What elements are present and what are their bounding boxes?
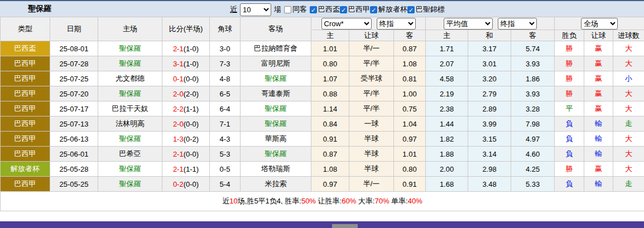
away-team: 塔勒瑞斯: [241, 162, 311, 177]
match-date: 25-06-13: [50, 132, 98, 147]
match-row: 巴西甲25-07-20聖保羅2-0(2-0)6-5哥連泰斯0.88平/半1.00…: [1, 86, 644, 101]
half-score: (0-0): [184, 120, 199, 128]
handicap-away-odds: 0.97: [394, 132, 426, 147]
euro-home-odds: 1.71: [426, 41, 468, 56]
home-team: 尤文都德: [98, 71, 162, 86]
league-filter-3[interactable]: ✓巴聖錦標: [407, 4, 445, 14]
match-date: 25-05-28: [50, 162, 98, 177]
handicap-away-odds: 1.01: [394, 147, 426, 162]
match-date: 25-08-01: [50, 41, 98, 56]
subcol-avg-away: 客: [511, 30, 555, 41]
title-filter-bar: 聖保羅 近 10 場 同客 ✓巴西盃✓巴西甲✓解放者杯✓巴聖錦標: [0, 0, 644, 17]
result-goals: 大: [613, 41, 644, 56]
bottom-gray-element: [332, 224, 358, 228]
handicap-home-odds: 0.84: [311, 117, 349, 132]
home-team: 巴希亞: [98, 147, 162, 162]
full-score: 2-2: [173, 105, 184, 113]
checkbox-checked-icon[interactable]: ✓: [407, 6, 415, 13]
result-goals: 大: [613, 86, 644, 101]
match-row: 巴西盃25-08-01聖保羅2-1(1-0)3-0巴拉納體育會1.01半/一0.…: [1, 41, 644, 56]
col-header-corner: 角球: [210, 17, 241, 41]
match-row: 巴西甲25-07-13法林明高2-0(0-0)7-1聖保羅0.84一球1.041…: [1, 117, 644, 132]
handicap-line: 一球: [349, 117, 394, 132]
subcol-result-goals: 进球数: [613, 30, 644, 41]
result-goals: 走: [613, 117, 644, 132]
euro-draw-odds: 3.14: [468, 147, 511, 162]
full-score: 2-1: [173, 165, 184, 173]
handicap-home-odds: 1.08: [311, 162, 349, 177]
handicap-line: 受半球: [349, 71, 394, 86]
match-date: 25-07-28: [50, 56, 98, 71]
match-date: 25-07-20: [50, 86, 98, 101]
match-row: 巴西甲25-07-25尤文都德0-1(0-0)4-8聖保羅1.07受半球0.81…: [1, 71, 644, 86]
home-team: 聖保羅: [98, 162, 162, 177]
match-date: 25-07-17: [50, 101, 98, 117]
bottom-purple-bar: [0, 221, 644, 228]
summary-stat-value: 10: [229, 197, 237, 205]
match-count-select[interactable]: 10: [240, 3, 271, 16]
handicap-odds-header: Crow* 终指: [311, 17, 426, 30]
result-handicap: 輸: [584, 132, 613, 147]
league-filter-0[interactable]: ✓巴西盃: [310, 4, 340, 14]
result-handicap: 輸: [584, 117, 613, 132]
match-date: 25-07-13: [50, 117, 98, 132]
handicap-away-odds: 0.80: [394, 162, 426, 177]
euro-draw-odds: 3.17: [468, 41, 511, 56]
same-away-label: 同客: [292, 4, 307, 14]
summary-text: 场,胜5平1负4, 胜率:: [238, 197, 301, 205]
match-date: 25-06-01: [50, 147, 98, 162]
score-cell: 0-1(0-0): [162, 71, 210, 86]
subcol-crow-away: 客: [394, 30, 426, 41]
full-score: 3-1: [173, 60, 184, 68]
handicap-line: 平/半: [349, 101, 394, 117]
score-cell: 2-0(0-0): [162, 117, 210, 132]
match-date: 25-07-25: [50, 71, 98, 86]
league-filter-2[interactable]: ✓解放者杯: [370, 4, 407, 14]
full-score: 2-1: [173, 150, 184, 158]
league-type-cell: 解放者杯: [1, 162, 50, 177]
home-team: 聖保羅: [98, 86, 162, 101]
checkbox-checked-icon[interactable]: ✓: [310, 6, 317, 13]
full-half-select[interactable]: 全场: [581, 18, 618, 30]
bookmaker-select[interactable]: Crow*: [321, 18, 372, 30]
handicap-line: 半/一: [349, 41, 394, 56]
handicap-home-odds: 0.87: [311, 147, 349, 162]
league-type-cell: 巴西甲: [1, 177, 50, 192]
match-row: 巴西甲25-07-28聖保羅3-1(1-0)7-3富明尼斯0.80平/半1.08…: [1, 56, 644, 71]
euro-home-odds: 1.88: [426, 147, 468, 162]
score-cell: 2-2(1-1): [162, 101, 210, 117]
handicap-home-odds: 0.80: [311, 56, 349, 71]
filter-controls: 近 10 場 同客 ✓巴西盃✓巴西甲✓解放者杯✓巴聖錦標: [230, 2, 445, 17]
result-wdl: 負: [555, 147, 584, 162]
league-type-cell: 巴西甲: [1, 56, 50, 71]
away-team: 聖保羅: [241, 117, 311, 132]
home-team: 巴拉干天奴: [98, 101, 162, 117]
euro-away-odds: 4.60: [511, 147, 555, 162]
result-wdl: 勝: [555, 71, 584, 86]
league-filter-1[interactable]: ✓巴西甲: [340, 4, 370, 14]
handicap-line: 平/半: [349, 86, 394, 101]
league-filter-label: 巴西盃: [318, 4, 340, 14]
handicap-away-odds: 1.08: [394, 56, 426, 71]
away-team: 巴拉納體育會: [241, 41, 311, 56]
half-score: (0-0): [184, 180, 199, 188]
corner-score: 5-3: [210, 147, 241, 162]
home-team: 法林明高: [98, 117, 162, 132]
handicap-home-odds: 0.91: [311, 132, 349, 147]
same-away-filter[interactable]: 同客: [284, 4, 307, 14]
checkbox-checked-icon[interactable]: ✓: [340, 6, 347, 13]
col-header-home: 主场: [98, 17, 162, 41]
away-team: 聖保羅: [241, 71, 311, 86]
checkbox-unchecked-icon[interactable]: [284, 6, 291, 13]
col-header-score: 比分(半场): [162, 17, 210, 41]
euro-stage-select[interactable]: 终指: [498, 18, 537, 30]
euro-source-select[interactable]: 平均值: [444, 18, 493, 30]
result-goals: 大: [613, 132, 644, 147]
result-handicap: 赢: [584, 86, 613, 101]
handicap-stage-select[interactable]: 终指: [377, 18, 416, 30]
checkbox-checked-icon[interactable]: ✓: [370, 6, 377, 13]
half-score: (0-2): [184, 135, 199, 143]
handicap-home-odds: 1.07: [311, 71, 349, 86]
handicap-home-odds: 1.14: [311, 101, 349, 117]
result-wdl: 勝: [555, 86, 584, 101]
